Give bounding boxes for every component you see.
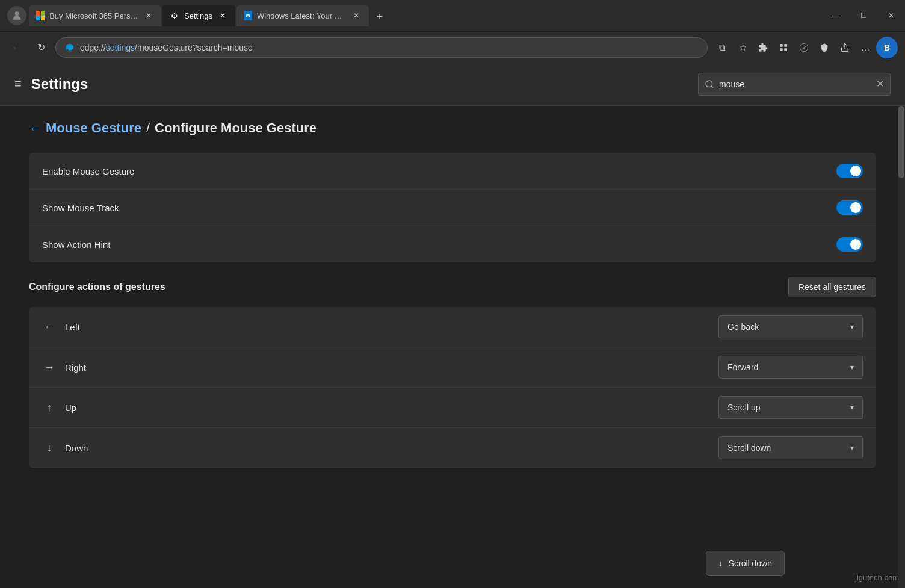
chevron-down-icon: ▾ bbox=[850, 444, 854, 452]
svg-rect-2 bbox=[784, 44, 787, 47]
edge-logo-icon bbox=[64, 42, 75, 53]
show-action-hint-label: Show Action Hint bbox=[42, 240, 110, 250]
address-bar-input[interactable]: edge://settings/mouseGesture?search=mous… bbox=[55, 37, 708, 58]
scroll-down-icon: ↓ bbox=[718, 559, 723, 568]
settings-header: ≡ Settings ✕ bbox=[0, 63, 905, 106]
tab-windows-latest-title: Windows Latest: Your Source bbox=[257, 11, 346, 20]
split-view-icon[interactable]: ⧉ bbox=[712, 38, 732, 57]
share-icon[interactable] bbox=[835, 38, 854, 57]
gesture-row-down: ↓ Down Scroll down ▾ bbox=[29, 428, 876, 468]
gesture-row-left: ← Left Go back ▾ bbox=[29, 307, 876, 347]
close-button[interactable]: ✕ bbox=[877, 6, 905, 25]
settings-search-box[interactable]: ✕ bbox=[698, 73, 891, 96]
svg-rect-1 bbox=[780, 44, 783, 47]
main-content: ← Mouse Gesture / Configure Mouse Gestur… bbox=[0, 106, 905, 588]
refresh-button[interactable]: ↻ bbox=[31, 38, 51, 57]
scrollbar-thumb[interactable] bbox=[898, 106, 904, 178]
breadcrumb-separator: / bbox=[146, 120, 150, 136]
show-mouse-track-toggle[interactable] bbox=[836, 200, 863, 215]
scroll-hint-tooltip: ↓ Scroll down bbox=[706, 551, 785, 576]
breadcrumb-back-arrow[interactable]: ← bbox=[29, 122, 41, 135]
svg-rect-4 bbox=[784, 48, 787, 51]
gesture-section-header: Configure actions of gestures Reset all … bbox=[29, 277, 876, 297]
settings-page-title: Settings bbox=[31, 76, 688, 93]
shield-icon[interactable] bbox=[815, 38, 834, 57]
gesture-card: ← Left Go back ▾ → Right Forward ▾ ↑ Up bbox=[29, 307, 876, 468]
up-arrow-icon: ↑ bbox=[42, 401, 57, 414]
gesture-down-info: ↓ Down bbox=[42, 442, 88, 454]
address-highlight: settings bbox=[106, 43, 135, 52]
gesture-right-value: Forward bbox=[727, 362, 758, 372]
gesture-row-up: ↑ Up Scroll up ▾ bbox=[29, 388, 876, 428]
gesture-right-dropdown[interactable]: Forward ▾ bbox=[718, 356, 863, 379]
chevron-down-icon: ▾ bbox=[850, 323, 854, 331]
gesture-right-info: → Right bbox=[42, 361, 86, 374]
copilot-icon[interactable] bbox=[794, 38, 814, 57]
gesture-up-info: ↑ Up bbox=[42, 401, 76, 414]
left-arrow-icon: ← bbox=[42, 321, 57, 333]
window-controls: — ☐ ✕ bbox=[822, 0, 905, 31]
gesture-down-name: Down bbox=[65, 443, 88, 453]
wl-favicon-icon: W bbox=[244, 11, 252, 20]
hamburger-button[interactable]: ≡ bbox=[14, 77, 22, 91]
search-clear-button[interactable]: ✕ bbox=[876, 78, 884, 90]
toolbar-icons: ⧉ ☆ … B bbox=[712, 37, 898, 58]
show-mouse-track-row: Show Mouse Track bbox=[29, 190, 876, 226]
show-action-hint-row: Show Action Hint bbox=[29, 226, 876, 262]
reset-all-gestures-button[interactable]: Reset all gestures bbox=[788, 277, 876, 297]
address-bar: ← ↻ edge://settings/mouseGesture?search=… bbox=[0, 31, 905, 63]
toggles-card: Enable Mouse Gesture Show Mouse Track Sh… bbox=[29, 153, 876, 262]
tab-windows-latest[interactable]: W Windows Latest: Your Source ✕ bbox=[236, 5, 369, 26]
address-prefix: edge:// bbox=[80, 43, 106, 52]
gesture-left-value: Go back bbox=[727, 322, 759, 332]
new-tab-button[interactable]: + bbox=[370, 7, 389, 26]
address-suffix: /mouseGesture?search=mouse bbox=[135, 43, 253, 52]
gesture-up-dropdown[interactable]: Scroll up ▾ bbox=[718, 396, 863, 419]
gesture-up-value: Scroll up bbox=[727, 403, 760, 412]
bing-copilot-button[interactable]: B bbox=[876, 37, 898, 58]
watermark: jigutech.com bbox=[855, 573, 899, 582]
gesture-left-name: Left bbox=[65, 322, 80, 332]
enable-mouse-gesture-toggle[interactable] bbox=[836, 164, 863, 178]
gesture-left-info: ← Left bbox=[42, 321, 80, 333]
down-arrow-icon: ↓ bbox=[42, 442, 57, 454]
show-action-hint-toggle[interactable] bbox=[836, 237, 863, 252]
tab-windows-latest-close[interactable]: ✕ bbox=[351, 10, 362, 21]
favorites-icon[interactable]: ☆ bbox=[733, 38, 752, 57]
tab-buy-close[interactable]: ✕ bbox=[143, 10, 154, 21]
back-button[interactable]: ← bbox=[7, 38, 26, 57]
svg-point-7 bbox=[706, 81, 712, 87]
more-icon[interactable]: … bbox=[856, 38, 875, 57]
gesture-up-name: Up bbox=[65, 403, 76, 413]
address-text: edge://settings/mouseGesture?search=mous… bbox=[80, 43, 699, 52]
enable-mouse-gesture-label: Enable Mouse Gesture bbox=[42, 166, 134, 176]
collections-icon[interactable] bbox=[774, 38, 793, 57]
tab-buy[interactable]: Buy Microsoft 365 Personal ( ✕ bbox=[29, 5, 161, 26]
scrollbar-track[interactable] bbox=[898, 106, 905, 588]
chevron-down-icon: ▾ bbox=[850, 403, 854, 412]
search-icon bbox=[705, 79, 714, 89]
svg-point-5 bbox=[800, 43, 808, 51]
gesture-down-dropdown[interactable]: Scroll down ▾ bbox=[718, 436, 863, 459]
minimize-button[interactable]: — bbox=[822, 6, 850, 25]
extensions-icon[interactable] bbox=[753, 38, 773, 57]
tab-settings-close[interactable]: ✕ bbox=[217, 10, 228, 21]
scroll-hint-label: Scroll down bbox=[729, 559, 772, 568]
gear-favicon-icon: ⚙ bbox=[170, 11, 179, 20]
tab-settings[interactable]: ⚙ Settings ✕ bbox=[162, 5, 235, 26]
maximize-button[interactable]: ☐ bbox=[850, 6, 877, 25]
settings-search-input[interactable] bbox=[719, 79, 871, 89]
show-mouse-track-label: Show Mouse Track bbox=[42, 203, 119, 213]
ms-favicon-icon bbox=[36, 11, 45, 20]
tab-buy-title: Buy Microsoft 365 Personal ( bbox=[49, 11, 138, 20]
gesture-down-value: Scroll down bbox=[727, 443, 771, 453]
gesture-left-dropdown[interactable]: Go back ▾ bbox=[718, 315, 863, 338]
svg-point-0 bbox=[15, 11, 19, 16]
breadcrumb-parent-link[interactable]: Mouse Gesture bbox=[46, 120, 141, 136]
breadcrumb: ← Mouse Gesture / Configure Mouse Gestur… bbox=[29, 120, 876, 136]
tab-strip: Buy Microsoft 365 Personal ( ✕ ⚙ Setting… bbox=[29, 5, 900, 26]
profile-icon[interactable] bbox=[7, 6, 26, 25]
title-bar: Buy Microsoft 365 Personal ( ✕ ⚙ Setting… bbox=[0, 0, 905, 31]
gesture-row-right: → Right Forward ▾ bbox=[29, 347, 876, 388]
tab-settings-title: Settings bbox=[184, 11, 212, 20]
